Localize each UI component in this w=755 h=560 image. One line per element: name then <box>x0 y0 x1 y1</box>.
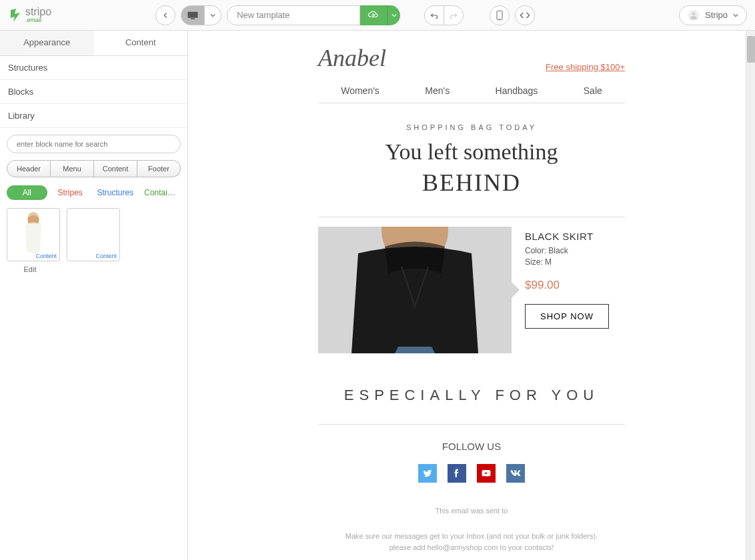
desktop-view-button[interactable] <box>181 5 205 25</box>
mobile-icon <box>496 10 504 21</box>
filter-containers[interactable]: Contain… <box>140 185 181 200</box>
product-price: $99.00 <box>525 279 625 292</box>
logo-sub-text: .email <box>25 17 51 23</box>
thumb-label-2: Content <box>95 253 117 259</box>
hero-title: You left something <box>318 139 625 165</box>
template-name-group <box>227 5 400 25</box>
user-menu-button[interactable]: Stripo <box>679 5 747 25</box>
nav-handbags[interactable]: Handbags <box>496 85 538 96</box>
brand-logo[interactable]: Anabel <box>318 44 386 72</box>
logo-main-text: stripo <box>25 7 51 17</box>
top-toolbar: stripo .email Stripo <box>0 0 755 31</box>
device-toggle-group <box>181 5 221 25</box>
save-dropdown-button[interactable] <box>387 5 400 25</box>
hero-subtitle: SHOPPING BAG TODAY <box>318 123 625 131</box>
twitter-icon[interactable] <box>418 464 437 483</box>
social-icons <box>318 464 625 483</box>
free-shipping-link[interactable]: Free shipping $100+ <box>546 62 625 72</box>
stripo-logo[interactable]: stripo .email <box>8 7 51 23</box>
main-layout: Appearance Content Structures Blocks Lib… <box>0 31 755 560</box>
block-thumbnails: Content Content <box>0 208 187 261</box>
thumb-caption: Edit <box>0 265 53 273</box>
nav-womens[interactable]: Women's <box>341 85 380 96</box>
product-name: BLACK SKIRT <box>525 231 625 242</box>
code-icon <box>520 11 530 19</box>
sent-to-text: This email was sent to <box>318 499 625 524</box>
email-canvas[interactable]: Anabel Free shipping $100+ Women's Men's… <box>188 31 755 560</box>
thumb-label-1: Content <box>35 253 57 259</box>
block-thumb-2[interactable]: Content <box>67 208 120 261</box>
svg-rect-0 <box>188 11 198 17</box>
undo-icon <box>430 11 439 20</box>
device-dropdown-button[interactable] <box>205 5 221 25</box>
email-header: Anabel Free shipping $100+ <box>318 37 625 79</box>
product-block: BLACK SKIRT Color: Black Size: M $99.00 … <box>318 217 625 367</box>
block-search-input[interactable] <box>7 135 181 153</box>
email-template: Anabel Free shipping $100+ Women's Men's… <box>318 31 625 560</box>
save-button[interactable] <box>360 5 387 25</box>
follow-section: FOLLOW US <box>318 425 625 499</box>
model-photo-icon <box>318 227 512 353</box>
svg-point-3 <box>499 18 500 19</box>
make-sure-text: Make sure our messages get to your Inbox… <box>318 524 625 560</box>
canvas-scrollbar[interactable] <box>746 31 755 560</box>
section-library[interactable]: Library <box>0 104 187 128</box>
tab-content[interactable]: Content <box>94 31 188 55</box>
tab-appearance[interactable]: Appearance <box>0 31 94 55</box>
model-thumbnail-icon <box>20 211 47 258</box>
sidebar-tabs: Appearance Content <box>0 31 187 56</box>
product-info: BLACK SKIRT Color: Black Size: M $99.00 … <box>525 227 625 329</box>
redo-icon <box>449 11 458 20</box>
product-image[interactable] <box>318 227 512 353</box>
email-nav: Women's Men's Handbags Sale <box>318 79 625 103</box>
nav-mens[interactable]: Men's <box>425 85 450 96</box>
arrow-left-icon <box>161 11 170 20</box>
sidebar: Appearance Content Structures Blocks Lib… <box>0 31 188 560</box>
template-name-input[interactable] <box>227 5 360 25</box>
product-color: Color: Black <box>525 246 625 255</box>
facebook-icon[interactable] <box>448 464 466 483</box>
youtube-icon[interactable] <box>477 464 496 483</box>
redo-button[interactable] <box>444 5 464 25</box>
shop-now-button[interactable]: SHOP NOW <box>525 304 609 329</box>
hero-behind: BEHIND <box>318 169 625 197</box>
section-structures[interactable]: Structures <box>0 56 187 80</box>
undo-button[interactable] <box>424 5 444 25</box>
svg-point-5 <box>692 12 696 15</box>
nav-sale[interactable]: Sale <box>584 85 602 96</box>
svg-rect-1 <box>191 18 195 19</box>
pill-content[interactable]: Content <box>94 160 137 177</box>
vk-icon[interactable] <box>506 464 525 483</box>
section-blocks[interactable]: Blocks <box>0 80 187 104</box>
desktop-icon <box>187 11 199 20</box>
filter-all[interactable]: All <box>7 185 47 200</box>
follow-title: FOLLOW US <box>318 441 625 452</box>
code-view-button[interactable] <box>515 5 535 25</box>
cloud-upload-icon <box>367 11 380 20</box>
product-size: Size: M <box>525 257 625 267</box>
stripo-logo-icon <box>8 7 24 23</box>
filter-structures[interactable]: Structures <box>93 185 138 200</box>
caret-down-icon <box>733 13 738 18</box>
scroll-thumb[interactable] <box>747 36 755 63</box>
user-avatar-icon <box>688 9 700 21</box>
pill-menu[interactable]: Menu <box>51 160 94 177</box>
filter-row: All Stripes Structures Contain… <box>0 177 187 208</box>
mobile-preview-button[interactable] <box>490 5 510 25</box>
hero-section: SHOPPING BAG TODAY You left something BE… <box>318 103 625 217</box>
pill-footer[interactable]: Footer <box>137 160 181 177</box>
user-name: Stripo <box>705 10 728 20</box>
filter-stripes[interactable]: Stripes <box>50 185 91 200</box>
block-thumb-1[interactable]: Content <box>7 208 60 261</box>
caret-down-icon <box>392 13 397 18</box>
pill-header[interactable]: Header <box>7 160 51 177</box>
category-pills: Header Menu Content Footer <box>0 160 187 177</box>
especially-heading: ESPECIALLY FOR YOU <box>318 367 625 425</box>
caret-down-icon <box>210 13 215 18</box>
back-button[interactable] <box>155 5 175 25</box>
